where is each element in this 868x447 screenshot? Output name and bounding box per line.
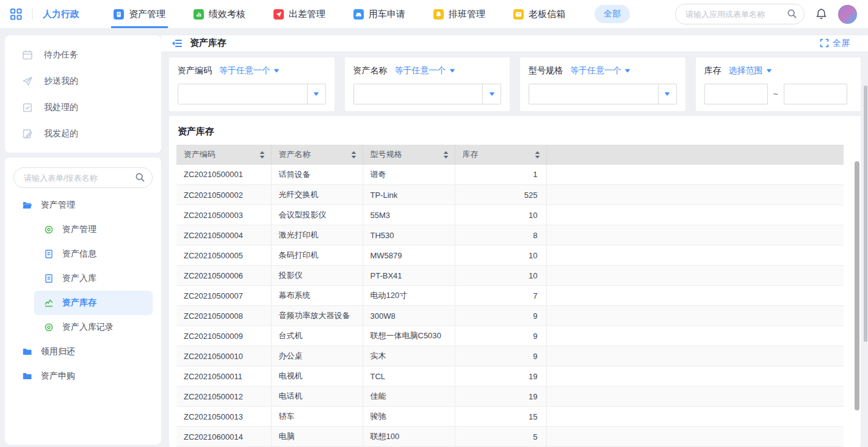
- table-cell-empty: [546, 165, 844, 185]
- filter-value-select[interactable]: [529, 84, 677, 104]
- tab-排班管理[interactable]: 排班管理: [433, 0, 485, 28]
- table-row[interactable]: ZC20210500008音频功率放大器设备300W89: [176, 306, 844, 326]
- filter-field-label: 库存: [704, 65, 722, 76]
- filter-value-select[interactable]: [178, 84, 326, 104]
- column-header-库存[interactable]: 库存: [455, 145, 546, 165]
- sort-icon[interactable]: [443, 151, 449, 159]
- workspace-link[interactable]: 人力行政: [43, 9, 79, 20]
- fullscreen-label: 全屏: [833, 38, 850, 49]
- table-cell-empty: [546, 185, 844, 205]
- global-search-input[interactable]: [675, 4, 805, 24]
- table-cell: ZC20210500008: [176, 306, 271, 326]
- table-cell-empty: [546, 326, 844, 346]
- table-row[interactable]: ZC20210500004激光打印机TH5308: [176, 225, 844, 245]
- task-done-icon: [22, 102, 33, 113]
- table-row[interactable]: ZC20210500007幕布系统电动120寸7: [176, 286, 844, 306]
- tab-资产管理[interactable]: 资产管理: [114, 0, 165, 28]
- send-icon: [22, 76, 33, 87]
- navigation-tree: 资产管理资产管理资产信息资产入库资产库存资产入库记录领用归还资产申购: [5, 193, 161, 388]
- tree-item-资产入库[interactable]: 资产入库: [5, 266, 161, 291]
- select-arrow-button[interactable]: [658, 84, 676, 104]
- select-arrow-button[interactable]: [482, 84, 501, 104]
- table-scrollbar[interactable]: [855, 161, 859, 410]
- sidebar-item-label: 待办任务: [44, 49, 78, 60]
- column-header-型号规格[interactable]: 型号规格: [363, 145, 455, 165]
- search-icon[interactable]: [787, 9, 797, 21]
- global-search: [675, 4, 805, 24]
- table-cell: MW5879: [363, 245, 455, 266]
- bell-app-icon: [433, 9, 444, 20]
- sort-icon[interactable]: [351, 151, 356, 159]
- all-apps-button[interactable]: 全部: [595, 5, 630, 23]
- apps-grid-icon[interactable]: [10, 8, 23, 21]
- sidebar-item-抄送我的[interactable]: 抄送我的: [5, 68, 161, 94]
- report-card: 资产库存 资产编码资产名称型号规格库存 ZC20210500001话筒设备谱奇1…: [169, 116, 861, 447]
- table-cell: 光纤交换机: [271, 185, 363, 205]
- mail-app-icon: [513, 9, 524, 20]
- column-header-资产名称[interactable]: 资产名称: [271, 145, 363, 165]
- range-min-input[interactable]: [704, 84, 768, 104]
- table-cell: 轿车: [271, 407, 363, 427]
- table-cell-empty: [546, 205, 844, 225]
- page-scrollbar[interactable]: [864, 85, 867, 342]
- filter-operator-label: 等于任意一个: [570, 65, 621, 76]
- filter-operator-dropdown[interactable]: 选择范围: [729, 65, 772, 76]
- tree-item-资产管理[interactable]: 资产管理: [5, 217, 161, 242]
- table-cell: ZC20210500013: [176, 407, 271, 427]
- table-cell: ZC20210500012: [176, 387, 271, 407]
- table-cell: ZC20210500002: [176, 185, 271, 205]
- chart-app-icon: [193, 9, 204, 20]
- sidebar-item-我发起的[interactable]: 我发起的: [5, 120, 161, 147]
- fullscreen-button[interactable]: 全屏: [820, 38, 850, 49]
- sidebar-item-待办任务[interactable]: 待办任务: [5, 42, 161, 68]
- table-row[interactable]: ZC20210500005条码打印机MW587910: [176, 245, 844, 266]
- tree-item-资产管理[interactable]: 资产管理: [5, 193, 161, 217]
- tree-item-领用归还[interactable]: 领用归还: [5, 340, 161, 364]
- tab-老板信箱[interactable]: 老板信箱: [513, 0, 565, 28]
- filter-operator-dropdown[interactable]: 等于任意一个: [395, 65, 455, 76]
- table-row[interactable]: ZC20210600014电脑联想1005: [176, 427, 844, 447]
- table-row[interactable]: ZC20210500006投影仪PT-BX4110: [176, 266, 844, 286]
- filter-card-资产名称: 资产名称等于任意一个: [345, 57, 510, 111]
- tab-出差管理[interactable]: 出差管理: [273, 0, 325, 28]
- chevron-down-icon: [766, 68, 772, 73]
- form-search-input[interactable]: [13, 167, 153, 188]
- table-row[interactable]: ZC20210500013轿车骏驰15: [176, 407, 844, 427]
- user-avatar[interactable]: [838, 5, 857, 24]
- table-cell: 55M3: [363, 205, 455, 225]
- tab-label: 老板信箱: [529, 9, 565, 20]
- table-cell-empty: [546, 266, 844, 286]
- table-row[interactable]: ZC20210500001话筒设备谱奇1: [176, 165, 844, 185]
- table-row[interactable]: ZC20210500011电视机TCL19: [176, 366, 844, 387]
- topnav-right: [675, 4, 857, 24]
- table-row[interactable]: ZC20210500003会议型投影仪55M310: [176, 205, 844, 225]
- tab-绩效考核[interactable]: 绩效考核: [193, 0, 245, 28]
- table-row[interactable]: ZC20210500010办公桌实木9: [176, 346, 844, 366]
- filter-operator-dropdown[interactable]: 等于任意一个: [570, 65, 631, 76]
- filter-value-select[interactable]: [353, 84, 502, 104]
- table-cell-empty: [546, 427, 844, 447]
- table-cell: ZC20210600014: [176, 427, 271, 447]
- table-cell-empty: [546, 346, 844, 366]
- tree-item-资产申购[interactable]: 资产申购: [5, 364, 161, 388]
- notifications-bell-icon[interactable]: [816, 8, 827, 20]
- main-panel: 资产库存 全屏 资产编码等于任意一个资产名称等于任意一个型号规格等于任意一个库存…: [161, 35, 868, 447]
- range-max-input[interactable]: [784, 84, 847, 104]
- table-cell: 音频功率放大器设备: [271, 306, 363, 326]
- table-row[interactable]: ZC20210500002光纤交换机TP-Link525: [176, 185, 844, 205]
- tree-item-资产库存[interactable]: 资产库存: [34, 291, 153, 315]
- tab-用车申请[interactable]: 用车申请: [353, 0, 405, 28]
- filter-operator-label: 选择范围: [729, 65, 763, 76]
- sidebar-item-我处理的[interactable]: 我处理的: [5, 94, 161, 120]
- tree-item-资产信息[interactable]: 资产信息: [5, 242, 161, 266]
- sort-icon[interactable]: [535, 151, 540, 159]
- column-header-资产编码[interactable]: 资产编码: [176, 145, 271, 165]
- tree-item-资产入库记录[interactable]: 资产入库记录: [5, 315, 161, 340]
- search-icon[interactable]: [135, 172, 145, 185]
- collapse-sidebar-icon[interactable]: [171, 38, 183, 49]
- sort-icon[interactable]: [259, 151, 265, 159]
- filter-operator-dropdown[interactable]: 等于任意一个: [219, 65, 280, 76]
- table-row[interactable]: ZC20210500012电话机佳能19: [176, 387, 844, 407]
- table-row[interactable]: ZC20210500009台式机联想一体电脑C50309: [176, 326, 844, 346]
- select-arrow-button[interactable]: [307, 84, 325, 104]
